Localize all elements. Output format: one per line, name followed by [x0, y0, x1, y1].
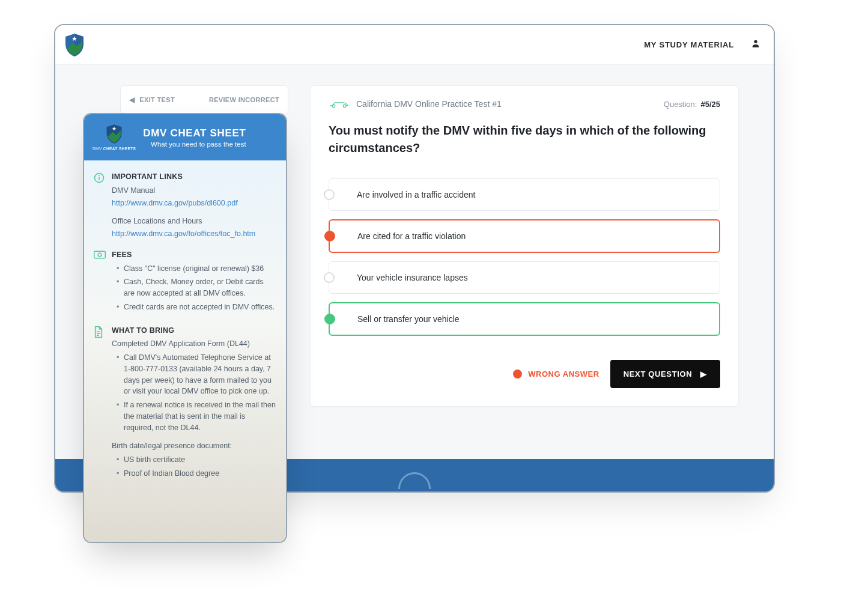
radio-icon: [324, 189, 335, 200]
document-icon: [94, 326, 106, 482]
chevron-left-icon: ◀: [129, 96, 135, 104]
arc-decoration-icon: [398, 472, 431, 489]
list-item: If a renewal notice is received in the m…: [118, 400, 276, 433]
question-counter: Question:#5/25: [664, 100, 720, 109]
office-locations-link[interactable]: http://www.dmv.ca.gov/fo/offices/toc_fo.…: [112, 230, 255, 238]
brand-shield-icon: ★: [64, 33, 85, 57]
cheat-sheet-subtitle: What you need to pass the test: [143, 141, 246, 148]
test-toolbar: ◀ EXIT TEST REVIEW INCORRECT: [120, 85, 288, 114]
info-icon: [94, 172, 106, 240]
svg-rect-8: [94, 251, 106, 258]
my-study-material-link[interactable]: MY STUDY MATERIAL: [644, 40, 734, 49]
section-heading: IMPORTANT LINKS: [112, 171, 255, 183]
svg-text:★: ★: [71, 35, 77, 42]
radio-icon: [324, 231, 335, 242]
svg-point-7: [99, 175, 100, 176]
cheat-sheet-title: DMV CHEAT SHEET: [143, 127, 246, 139]
answer-option[interactable]: Your vehicle insurance lapses: [329, 261, 720, 294]
important-links-section: IMPORTANT LINKS DMV Manual http://www.dm…: [94, 171, 276, 240]
list-item: Credit cards are not accepted in DMV off…: [118, 302, 276, 313]
answer-option[interactable]: Sell or transfer your vehicle: [329, 302, 720, 336]
wrong-answer-badge: WRONG ANSWER: [513, 369, 599, 378]
car-icon: [329, 99, 349, 109]
chevron-right-icon: ▶: [700, 369, 707, 378]
list-item: Cash, Check, Money order, or Debit cards…: [118, 276, 276, 299]
svg-point-9: [98, 253, 102, 257]
user-icon[interactable]: [751, 38, 760, 51]
section-heading: WHAT TO BRING: [112, 325, 276, 336]
question-text: You must notify the DMV within five days…: [329, 122, 720, 157]
radio-icon: [324, 314, 335, 324]
what-to-bring-section: WHAT TO BRING Completed DMV Application …: [94, 325, 276, 482]
cheat-sheet-panel: ★ DMV CHEAT SHEETS DMV CHEAT SHEET What …: [83, 113, 287, 543]
list-item: US birth certificate: [118, 454, 276, 466]
question-card: California DMV Online Practice Test #1 Q…: [310, 85, 739, 407]
cheat-sheet-header: ★ DMV CHEAT SHEETS DMV CHEAT SHEET What …: [84, 114, 286, 160]
topbar: ★ MY STUDY MATERIAL: [55, 25, 774, 65]
test-title: California DMV Online Practice Test #1: [356, 99, 502, 109]
dmv-manual-label: DMV Manual: [112, 185, 255, 196]
cheat-sheet-body: IMPORTANT LINKS DMV Manual http://www.dm…: [84, 160, 286, 543]
answer-text: Your vehicle insurance lapses: [357, 273, 468, 282]
money-icon: [94, 251, 106, 315]
list-item: Proof of Indian Blood degree: [118, 468, 276, 479]
list-item: Class "C" license (original or renewal) …: [118, 263, 276, 275]
answer-text: Are involved in a traffic accident: [357, 190, 475, 199]
svg-point-3: [343, 105, 346, 108]
dmv-manual-link[interactable]: http://www.dmv.ca.gov/pubs/dl600.pdf: [112, 199, 238, 207]
answer-text: Sell or transfer your vehicle: [357, 314, 460, 324]
section-heading: FEES: [112, 249, 276, 261]
radio-icon: [324, 272, 335, 283]
answer-text: Are cited for a traffic violation: [357, 231, 466, 241]
answer-option[interactable]: Are cited for a traffic violation: [329, 219, 720, 253]
svg-point-1: [754, 40, 757, 43]
office-locations-label: Office Locations and Hours: [112, 216, 255, 227]
svg-text:★: ★: [112, 126, 117, 132]
bring-intro: Completed DMV Application Form (DL44): [112, 338, 276, 350]
answer-option[interactable]: Are involved in a traffic accident: [329, 178, 720, 211]
exit-test-label: EXIT TEST: [139, 96, 175, 103]
review-incorrect-button[interactable]: REVIEW INCORRECT: [209, 96, 279, 103]
list-item: Call DMV's Automated Telephone Service a…: [118, 352, 276, 397]
brand-shield-icon: ★ DMV CHEAT SHEETS: [93, 124, 136, 151]
next-question-button[interactable]: NEXT QUESTION ▶: [610, 360, 720, 388]
exit-test-button[interactable]: ◀ EXIT TEST: [129, 96, 175, 104]
answers-list: Are involved in a traffic accident Are c…: [329, 178, 720, 336]
fees-section: FEES Class "C" license (original or rene…: [94, 249, 276, 315]
birth-intro: Birth date/legal presence document:: [112, 440, 276, 452]
